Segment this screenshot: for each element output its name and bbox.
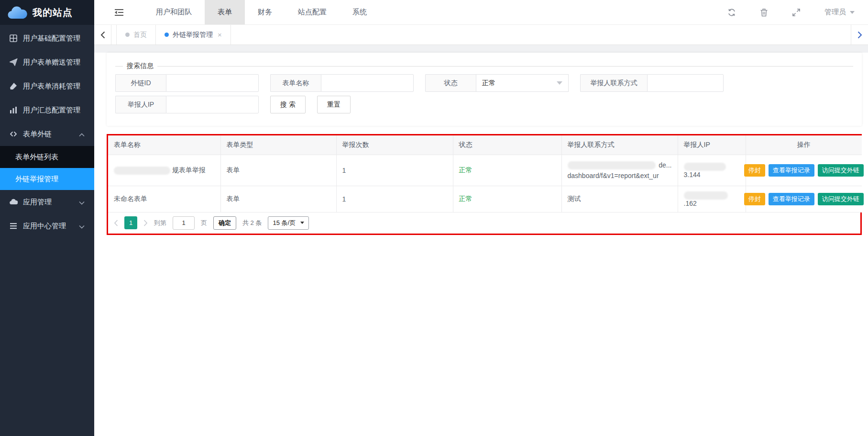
status-text: 正常: [459, 195, 472, 202]
next-page-icon[interactable]: [143, 220, 148, 226]
visit-submitted-link-button[interactable]: 访问提交外链: [818, 193, 864, 205]
sidebar-subitem-extlink-list[interactable]: 表单外链列表: [0, 146, 94, 168]
sidebar-item-app-center[interactable]: 应用中心管理: [0, 214, 94, 238]
chevron-up-icon: [79, 130, 85, 138]
cell-form-type: 表单: [220, 186, 336, 212]
cell-status: 正常: [453, 186, 561, 212]
nav-item-finance[interactable]: 财务: [245, 0, 285, 24]
field-label: 举报人联系方式: [580, 74, 647, 92]
col-reporter-contact: 举报人联系方式: [561, 135, 678, 155]
status-select[interactable]: 正常: [476, 74, 569, 92]
extlink-submenu: 表单外链列表 外链举报管理: [0, 146, 94, 190]
ip-text: 3.144: [684, 171, 701, 179]
nav-item-label: 表单: [218, 8, 232, 17]
search-fieldset: 搜索信息 外链ID 表单名称 状态: [115, 66, 853, 113]
chevron-down-icon: [300, 222, 304, 224]
prev-page-icon[interactable]: [114, 220, 118, 226]
form-name-text: 规表单举报: [172, 166, 206, 174]
pagination-bar: 1 到第 页 确定 共 2 条 15 条/页: [108, 212, 860, 234]
reporter-ip-input[interactable]: [166, 96, 259, 113]
col-status: 状态: [453, 135, 561, 155]
cell-report-count: 1: [336, 155, 453, 186]
page-number-button[interactable]: 1: [124, 216, 137, 229]
sidebar: 我的站点 用户基础配置管理 用户表单赠送管理: [0, 0, 94, 436]
cell-report-count: 1: [336, 186, 453, 212]
search-button[interactable]: 搜 索: [270, 96, 306, 113]
tabs-scroll-left-icon[interactable]: [94, 25, 111, 45]
col-reporter-ip: 举报人IP: [678, 135, 746, 155]
tab-home[interactable]: 首页: [116, 25, 156, 45]
contact-line-2: dashboard/f&v1=report&ext_ur: [568, 170, 672, 181]
view-report-records-button[interactable]: 查看举报记录: [769, 164, 814, 177]
user-name: 管理员: [824, 8, 846, 17]
search-legend: 搜索信息: [123, 62, 157, 70]
cell-reporter-contact: 测试: [561, 186, 678, 212]
sidebar-item-user-summary[interactable]: 用户汇总配置管理: [0, 98, 94, 122]
ext-id-input[interactable]: [166, 74, 259, 92]
ban-button[interactable]: 停封: [744, 164, 765, 177]
user-menu[interactable]: 管理员: [824, 8, 855, 17]
fullscreen-icon[interactable]: [792, 8, 801, 17]
ban-button[interactable]: 停封: [744, 193, 765, 205]
goto-page-input[interactable]: [173, 216, 195, 230]
nav-item-system[interactable]: 系统: [340, 0, 380, 24]
table-row: 未命名表单 表单 1 正常 测试 .162 停封: [108, 186, 862, 212]
nav-item-label: 系统: [352, 8, 367, 17]
view-report-records-button[interactable]: 查看举报记录: [769, 193, 814, 205]
redacted-block: [684, 163, 726, 171]
col-report-count: 举报次数: [336, 135, 453, 155]
collapse-menu-icon[interactable]: [114, 8, 124, 17]
sidebar-item-user-base-config[interactable]: 用户基础配置管理: [0, 26, 94, 50]
table-row: 规表单举报 表单 1 正常 de... d: [108, 155, 862, 186]
close-icon[interactable]: ×: [218, 31, 222, 39]
site-title: 我的站点: [33, 6, 73, 19]
form-name-input[interactable]: [321, 74, 414, 92]
sidebar-subitem-label: 外链举报管理: [15, 175, 58, 184]
redacted-block: [684, 191, 728, 200]
refresh-icon[interactable]: [727, 8, 736, 17]
table-header-row: 表单名称 表单类型 举报次数 状态 举报人联系方式 举报人IP 操作: [108, 135, 862, 155]
report-table: 表单名称 表单类型 举报次数 状态 举报人联系方式 举报人IP 操作: [108, 135, 862, 212]
field-label: 表单名称: [270, 74, 321, 92]
tabs-scroll-right-icon[interactable]: [851, 25, 868, 45]
field-reporter-contact: 举报人联系方式: [580, 74, 724, 92]
nav-item-forms[interactable]: 表单: [205, 0, 245, 24]
content-gap: [94, 45, 868, 53]
sidebar-item-label: 应用中心管理: [23, 222, 79, 231]
cell-actions: 停封 查看举报记录 访问提交外链: [746, 155, 862, 186]
topnav-right: 管理员: [727, 8, 868, 17]
sidebar-item-app-manage[interactable]: 应用管理: [0, 190, 94, 214]
col-form-name: 表单名称: [108, 135, 220, 155]
search-row-2: 举报人IP 搜 索 重置: [115, 96, 853, 113]
sidebar-item-label: 表单外链: [23, 130, 79, 139]
cell-actions: 停封 查看举报记录 访问提交外链: [746, 186, 862, 212]
reset-button[interactable]: 重置: [317, 96, 351, 113]
col-form-type: 表单类型: [220, 135, 336, 155]
tab-extlink-report-manage[interactable]: 外链举报管理 ×: [156, 25, 231, 45]
bar-chart-icon: [9, 105, 18, 115]
sidebar-subitem-label: 表单外链列表: [15, 153, 58, 162]
page-size-select[interactable]: 15 条/页: [268, 216, 309, 230]
list-icon: [9, 221, 18, 231]
page-unit-label: 页: [201, 219, 207, 227]
confirm-button[interactable]: 确定: [213, 216, 236, 230]
sidebar-subitem-report-manage[interactable]: 外链举报管理: [0, 168, 94, 190]
cell-form-type: 表单: [220, 155, 336, 186]
visit-submitted-link-button[interactable]: 访问提交外链: [818, 164, 864, 177]
sidebar-item-label: 用户表单赠送管理: [23, 58, 85, 67]
field-label: 举报人IP: [115, 96, 166, 113]
sidebar-item-form-gift[interactable]: 用户表单赠送管理: [0, 50, 94, 74]
search-card: 搜索信息 外链ID 表单名称 状态: [107, 53, 862, 126]
total-count-label: 共 2 条: [242, 219, 262, 227]
trash-icon[interactable]: [760, 8, 768, 17]
nav-item-site-config[interactable]: 站点配置: [285, 0, 340, 24]
reporter-contact-input[interactable]: [647, 74, 724, 92]
send-icon: [9, 57, 18, 67]
sidebar-item-form-extlink[interactable]: 表单外链: [0, 122, 94, 146]
cloud-icon: [9, 197, 18, 207]
search-row-1: 外链ID 表单名称 状态 正常: [115, 74, 853, 92]
sidebar-item-label: 用户汇总配置管理: [23, 106, 85, 115]
sidebar-item-form-consume[interactable]: 用户表单消耗管理: [0, 74, 94, 98]
cell-form-name: 未命名表单: [108, 186, 220, 212]
nav-item-users-teams[interactable]: 用户和团队: [143, 0, 205, 24]
